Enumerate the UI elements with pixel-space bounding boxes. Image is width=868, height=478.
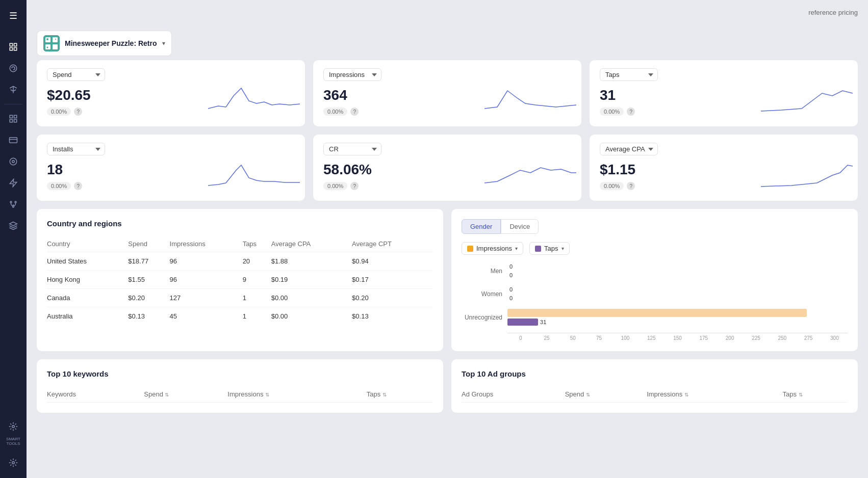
metric-card-cr: CRSpendImpressionsTapsInstallsAverage CP… [313,135,581,201]
col-impressions: Impressions [170,236,243,252]
keywords-header-row: Keywords Spend ⇅ Impressions ⇅ Taps ⇅ [47,386,433,403]
x-tick-300: 300 [822,335,848,341]
metric-select-taps[interactable]: TapsSpendImpressionsInstallsCRAverage CP… [600,68,658,81]
top-keywords-table: Keywords Spend ⇅ Impressions ⇅ Taps ⇅ [47,386,433,403]
bar-row-men: Men 0 0 [462,263,848,279]
sidebar-icon-scale[interactable] [4,81,22,99]
metric-badge-spend: 0.00% [47,108,71,116]
metric-select-cr[interactable]: CRSpendImpressionsTapsInstallsAverage CP… [323,143,381,155]
gender-device-tabs: Gender Device [462,219,848,234]
sidebar-icon-lightning[interactable] [4,174,22,192]
app-name: Minesweeper Puzzle: Retro [65,39,157,47]
col-spend: Spend [128,236,169,252]
metric-help-spend[interactable]: ? [74,108,82,116]
bar-text-women-taps: 0 [509,295,513,301]
impressions-color-dot [467,246,473,252]
x-tick-125: 125 [639,335,665,341]
table-cell: $0.94 [352,252,433,271]
topbar: reference pricing [27,0,868,24]
sort-ag-taps-icon[interactable]: ⇅ [799,392,803,397]
metric-help-cr[interactable]: ? [350,182,359,190]
top-ad-groups-table: Ad Groups Spend ⇅ Impressions ⇅ Taps ⇅ [462,386,848,403]
metric-badge-cr: 0.00% [323,182,347,190]
sidebar-icon-layers[interactable] [4,217,22,235]
content-area: SpendImpressionsTapsInstallsCRAverage CP… [27,60,868,478]
metric-select-impressions[interactable]: ImpressionsSpendTapsInstallsCRAverage CP… [323,68,381,81]
impressions-series-select[interactable]: Impressions ▾ [462,242,523,255]
sidebar-icon-smart-tools[interactable] [4,417,22,436]
menu-icon[interactable]: ☰ [5,6,21,25]
bar-text-men-impressions: 0 [509,263,513,270]
svg-point-4 [10,65,17,72]
sidebar-smart-tools-label: SMARTTOOLS [6,437,20,446]
col-ad-groups: Ad Groups [462,386,565,403]
table-cell: $1.88 [271,252,352,271]
bar-fill-unrecognized-taps [507,318,538,326]
tab-gender[interactable]: Gender [462,219,501,234]
sort-impressions-icon[interactable]: ⇅ [265,392,269,397]
metric-badge-taps: 0.00% [600,108,624,116]
sort-ag-impressions-icon[interactable]: ⇅ [684,392,688,397]
metric-header-impressions: ImpressionsSpendTapsInstallsCRAverage CP… [323,68,571,81]
app-selector[interactable]: Minesweeper Puzzle: Retro ▾ [37,31,172,56]
x-tick-175: 175 [691,335,717,341]
x-tick-0: 0 [507,335,533,341]
svg-point-12 [10,201,12,203]
taps-series-select[interactable]: Taps ▾ [529,242,569,255]
table-cell: 1 [243,307,271,326]
table-row: Australia$0.13451$0.00$0.13 [47,307,433,326]
table-cell: $0.00 [271,289,352,307]
x-tick-25: 25 [533,335,559,341]
metric-badge-impressions: 0.00% [323,108,347,116]
metric-card-avg-cpa: Average CPASpendImpressionsTapsInstallsC… [590,135,858,201]
table-cell: 96 [170,271,243,289]
svg-rect-8 [14,120,17,122]
taps-chart [761,81,853,116]
bar-label-unrecognized: Unrecognized [462,314,507,321]
sidebar-icon-apps[interactable] [4,110,22,128]
bar-text-men-taps: 0 [509,272,513,278]
metric-header-taps: TapsSpendImpressionsInstallsCRAverage CP… [600,68,848,81]
table-cell: Canada [47,289,128,307]
tab-device[interactable]: Device [501,219,539,234]
table-cell: Australia [47,307,128,326]
reference-pricing-link[interactable]: reference pricing [808,9,858,16]
metric-help-avg-cpa[interactable]: ? [627,182,635,190]
svg-rect-19 [53,37,58,42]
col-kw-impressions: Impressions ⇅ [227,386,366,403]
metric-help-impressions[interactable]: ? [350,108,359,116]
top-keywords-title: Top 10 keywords [47,369,433,378]
sidebar-icon-fork[interactable] [4,195,22,214]
sidebar-icon-ads[interactable] [4,131,22,149]
sidebar-icon-brain[interactable] [4,59,22,77]
table-row: United States$18.779620$1.88$0.94 [47,252,433,271]
table-cell: 1 [243,289,271,307]
bar-track-women-impressions: 0 [507,286,848,293]
metric-help-taps[interactable]: ? [627,108,635,116]
metric-select-installs[interactable]: InstallsSpendImpressionsTapsCRAverage CP… [47,143,105,155]
table-header-row: Country Spend Impressions Taps Average C… [47,236,433,252]
sidebar-icon-dashboard[interactable] [4,38,22,56]
metric-help-installs[interactable]: ? [74,182,82,190]
x-tick-250: 250 [769,335,795,341]
sort-spend-icon[interactable]: ⇅ [165,392,169,397]
metric-select-spend[interactable]: SpendImpressionsTapsInstallsCRAverage CP… [47,68,105,81]
taps-series-arrow: ▾ [561,246,564,251]
sidebar-icon-circle[interactable] [4,152,22,171]
impressions-chart [484,81,576,116]
table-cell: $18.77 [128,252,169,271]
svg-rect-9 [10,138,17,143]
table-cell: $0.13 [352,307,433,326]
bar-label-men: Men [462,268,507,275]
col-avg-cpa: Average CPA [271,236,352,252]
cr-chart [484,155,576,191]
table-cell: United States [47,252,128,271]
metrics-row-2: InstallsSpendImpressionsTapsCRAverage CP… [37,135,858,201]
sort-taps-icon[interactable]: ⇅ [382,392,387,397]
x-axis: 0 25 50 75 100 125 150 175 200 225 250 2… [507,333,848,341]
sort-ag-spend-icon[interactable]: ⇅ [586,392,590,397]
table-cell: $0.17 [352,271,433,289]
sidebar-icon-settings[interactable] [4,454,22,472]
col-kw-taps: Taps ⇅ [367,386,433,403]
metric-select-avg-cpa[interactable]: Average CPASpendImpressionsTapsInstallsC… [600,143,658,155]
